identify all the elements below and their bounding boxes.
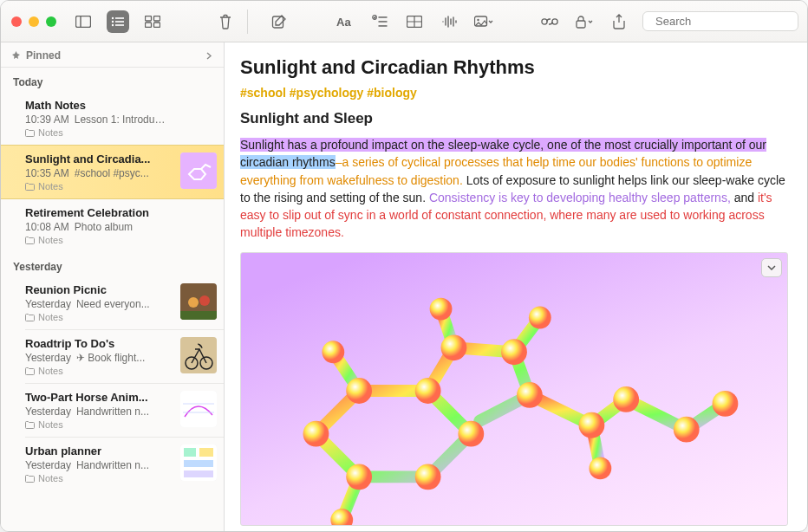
- trash-icon[interactable]: [214, 10, 237, 33]
- note-time: Yesterday: [25, 352, 71, 364]
- svg-point-42: [303, 421, 329, 447]
- note-thumbnail: [180, 152, 217, 189]
- note-list-item[interactable]: Retirement Celebration10:08 AMPhoto albu…: [1, 199, 224, 252]
- svg-rect-39: [199, 448, 213, 457]
- svg-rect-9: [154, 16, 160, 21]
- svg-rect-15: [379, 16, 388, 18]
- close-window-button[interactable]: [11, 16, 22, 27]
- note-preview: Photo album: [75, 221, 133, 233]
- svg-rect-38: [184, 448, 196, 457]
- svg-rect-40: [184, 460, 213, 467]
- note-thumbnail: [180, 337, 217, 373]
- note-list-item[interactable]: Math Notes10:39 AMLesson 1: Introduction…: [1, 92, 224, 145]
- svg-point-46: [415, 464, 441, 490]
- svg-point-51: [579, 412, 605, 438]
- list-view-icon[interactable]: [107, 10, 129, 33]
- svg-point-43: [346, 378, 372, 404]
- window-controls: [1, 16, 67, 27]
- zoom-window-button[interactable]: [46, 16, 56, 27]
- media-menu-icon[interactable]: [472, 10, 495, 33]
- note-list-item[interactable]: Roadtrip To Do'sYesterday✈ Book flight..…: [1, 330, 224, 383]
- svg-rect-11: [154, 23, 160, 28]
- note-time: Yesterday: [25, 459, 71, 471]
- search-input[interactable]: [655, 15, 801, 28]
- body-segment: Consistency is key to developing healthy…: [429, 191, 731, 204]
- folder-icon: [25, 314, 35, 321]
- svg-point-58: [529, 306, 551, 328]
- link-icon[interactable]: [538, 10, 561, 33]
- svg-rect-16: [379, 21, 388, 23]
- svg-point-47: [346, 464, 372, 490]
- document-body[interactable]: Sunlight has a profound impact on the sl…: [240, 136, 788, 242]
- note-title: Retirement Celebration: [25, 206, 155, 219]
- svg-rect-25: [577, 21, 585, 28]
- svg-rect-3: [115, 17, 124, 19]
- note-thumbnail: [180, 444, 217, 481]
- svg-point-2: [112, 16, 114, 18]
- svg-point-49: [501, 339, 527, 365]
- table-icon[interactable]: [403, 10, 426, 33]
- folder-icon: [25, 367, 35, 375]
- note-preview: Lesson 1: Introduction to...: [75, 114, 170, 126]
- svg-rect-7: [115, 24, 124, 26]
- note-meta: 10:08 AMPhoto album: [25, 221, 215, 233]
- svg-rect-32: [180, 311, 217, 320]
- document-tags[interactable]: #school #psychology #biology: [240, 86, 788, 100]
- pinned-header[interactable]: Pinned: [1, 42, 224, 68]
- note-preview: Need everyon...: [76, 298, 150, 310]
- svg-point-24: [552, 18, 557, 23]
- compose-icon[interactable]: [268, 10, 290, 33]
- image-menu-button[interactable]: [761, 258, 782, 277]
- format-text-icon[interactable]: Aa: [334, 10, 356, 33]
- note-thumbnail: [180, 391, 217, 427]
- attached-image[interactable]: [240, 252, 788, 526]
- note-list-item[interactable]: Reunion PicnicYesterdayNeed everyon...No…: [1, 276, 224, 329]
- note-folder: Notes: [25, 127, 215, 138]
- toggle-sidebar-icon[interactable]: [72, 10, 94, 33]
- svg-rect-10: [146, 23, 152, 28]
- note-time: 10:08 AM: [25, 221, 69, 233]
- minimize-window-button[interactable]: [29, 16, 39, 27]
- folder-icon: [25, 183, 35, 191]
- svg-point-31: [199, 295, 210, 306]
- svg-rect-28: [180, 152, 217, 189]
- svg-rect-33: [180, 337, 217, 373]
- chevron-down-icon: [767, 264, 776, 271]
- folder-icon: [25, 475, 35, 483]
- toolbar-divider: [247, 10, 248, 34]
- share-icon[interactable]: [608, 10, 630, 33]
- note-list-item[interactable]: Two-Part Horse Anim...YesterdayHandwritt…: [1, 384, 224, 437]
- svg-rect-36: [180, 391, 217, 427]
- note-thumbnail: [180, 283, 217, 320]
- svg-rect-41: [184, 470, 213, 477]
- note-list-item[interactable]: Sunlight and Circadia...10:35 AM#school …: [1, 145, 224, 199]
- gallery-view-icon[interactable]: [141, 10, 164, 33]
- svg-point-6: [112, 23, 114, 25]
- svg-rect-8: [146, 16, 152, 21]
- titlebar: Aa: [1, 1, 807, 42]
- svg-point-52: [613, 386, 639, 412]
- svg-point-23: [542, 18, 547, 23]
- note-preview: ✈ Book flight...: [76, 352, 145, 364]
- checklist-icon[interactable]: [368, 10, 391, 33]
- note-list-item[interactable]: Urban plannerYesterdayHandwritten n...No…: [1, 438, 224, 490]
- chevron-right-icon: [205, 52, 213, 60]
- note-title: Reunion Picnic: [25, 283, 155, 296]
- sidebar-section-heading: Today: [1, 68, 224, 92]
- search-field[interactable]: [642, 11, 798, 31]
- folder-icon: [25, 237, 35, 244]
- note-folder: Notes: [25, 235, 215, 245]
- document-title[interactable]: Sunlight and Circadian Rhythms: [240, 56, 788, 79]
- folder-icon: [25, 129, 35, 137]
- lock-menu-icon[interactable]: [573, 10, 596, 33]
- molecule-image: [241, 253, 787, 525]
- note-time: 10:35 AM: [25, 167, 69, 179]
- document-subheading[interactable]: Sunlight and Sleep: [240, 110, 788, 127]
- svg-point-59: [589, 457, 611, 479]
- note-title: Math Notes: [25, 99, 155, 112]
- note-editor[interactable]: Sunlight and Circadian Rhythms #school #…: [225, 42, 807, 532]
- notes-sidebar: Pinned TodayMath Notes10:39 AMLesson 1: …: [1, 42, 225, 532]
- audio-icon[interactable]: [438, 10, 460, 33]
- folder-icon: [25, 421, 35, 429]
- svg-rect-5: [115, 21, 124, 23]
